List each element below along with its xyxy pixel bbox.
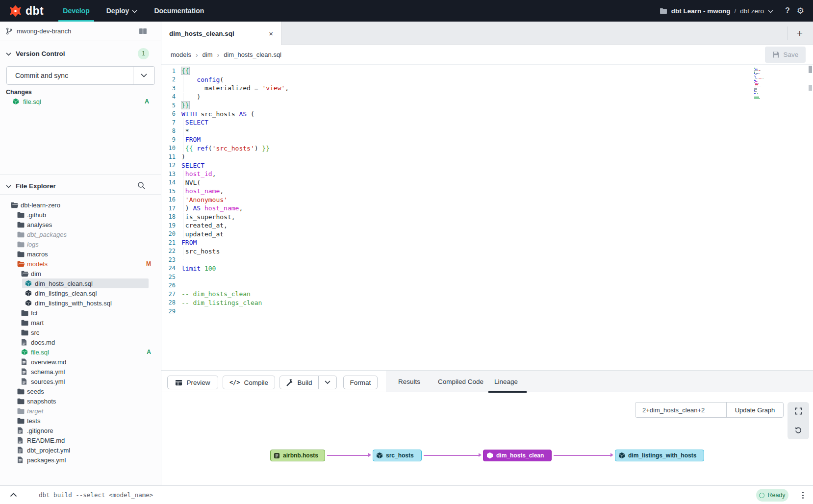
file-tree-item[interactable]: README.md [0,435,161,445]
file-tree-item[interactable]: fct [0,308,161,318]
new-tab-button[interactable]: + [793,27,806,40]
file-tree-item[interactable]: dim_listings_with_hosts.sql [0,298,161,308]
file-tree-item[interactable]: seeds [0,386,161,396]
minimap[interactable] [754,68,770,100]
reset-view-icon[interactable] [794,426,802,434]
save-button[interactable]: Save [765,47,806,63]
command-input[interactable]: dbt build --select <model_name> [39,491,153,499]
code-editor[interactable]: 1{{2 config(3 materialized = 'view',4 )5… [161,65,813,370]
code-line[interactable]: FROM [181,136,201,143]
lineage-node[interactable]: dim_hosts_clean [483,450,552,461]
tab-results[interactable]: Results [398,371,420,392]
code-line[interactable]: host_name, [181,187,224,195]
editor-scrollbar[interactable] [808,65,812,370]
code-line[interactable]: host_id, [181,170,216,177]
code-line[interactable]: src_hosts [181,248,220,255]
file-tree-item[interactable]: schema.yml [0,367,161,377]
commit-and-sync-button[interactable]: Commit and sync [6,66,155,85]
code-line[interactable]: 'Anonymous' [181,196,228,203]
code-line[interactable]: config( [181,76,224,83]
code-line[interactable]: WITH src_hosts AS ( [181,110,254,118]
chevron-up-icon[interactable] [10,493,17,497]
editor-tab[interactable]: dim_hosts_clean.sql × [161,22,281,45]
lineage-selector-input[interactable] [635,403,726,417]
preview-button[interactable]: Preview [167,376,218,389]
code-line[interactable]: {{ ref('src_hosts') }} [181,145,270,152]
code-line[interactable]: {{ [181,67,189,75]
build-options-dropdown[interactable] [318,376,337,389]
status-dot-icon [759,493,764,498]
code-line[interactable]: updated_at [181,230,224,238]
line-number: 3 [161,85,176,92]
code-line[interactable]: SELECT [181,119,208,126]
file-tree-item[interactable]: snapshots [0,396,161,406]
file-tree-item[interactable]: .gitignore [0,426,161,435]
code-line[interactable]: ) [181,153,185,160]
help-icon[interactable]: ? [785,6,790,15]
file-tree-item[interactable]: packages.yml [0,455,161,465]
tab-compiled-code[interactable]: Compiled Code [438,371,483,392]
code-line[interactable]: FROM [181,239,197,246]
tab-lineage[interactable]: Lineage [494,371,518,392]
fullscreen-icon[interactable] [795,407,802,415]
file-tree-item[interactable]: target [0,406,161,416]
file-tree-item[interactable]: file.sqlA [0,347,161,357]
file-tree-item[interactable]: modelsM [0,259,161,269]
file-tree-item[interactable]: dim [0,269,161,278]
environment-name: dbt zero [740,7,764,15]
changed-file-row[interactable]: file.sql A [0,96,161,107]
lineage-node[interactable]: dim_listings_with_hosts [615,450,704,461]
file-tree-item[interactable]: sources.yml [0,377,161,386]
lineage-node[interactable]: src_hosts [373,450,422,461]
nav-develop[interactable]: Develop [54,0,98,22]
dbt-logo[interactable]: dbt [0,4,54,18]
docs-book-icon[interactable] [139,28,147,34]
lineage-edge [554,455,611,456]
file-tree-item[interactable]: analyses [0,220,161,229]
file-tree-item[interactable]: overview.md [0,357,161,367]
close-tab-icon[interactable]: × [269,29,273,38]
file-tree-item[interactable]: tests [0,416,161,426]
file-explorer-header[interactable]: File Explorer [0,177,161,194]
search-icon[interactable] [137,181,145,191]
project-selector[interactable]: dbt Learn - mwong / dbt zero [660,7,773,15]
update-graph-button[interactable]: Update Graph [726,403,783,417]
file-tree-item[interactable]: logs [0,239,161,249]
lineage-node[interactable]: airbnb.hosts [270,450,325,461]
code-line[interactable]: is_superhost, [181,213,235,221]
nav-deploy[interactable]: Deploy [98,0,146,22]
version-control-header[interactable]: Version Control 1 [0,45,161,62]
code-line[interactable]: ) [181,93,201,101]
file-tree-item[interactable]: macros [0,249,161,259]
model-icon [21,349,28,355]
file-tree-item[interactable]: dbt_packages [0,229,161,239]
code-line[interactable]: * [181,127,189,135]
format-button[interactable]: Format [343,376,378,389]
file-tree-item[interactable]: .github [0,210,161,220]
build-button[interactable]: Build [279,376,319,389]
code-line[interactable]: -- dim_listings_clean [181,299,262,306]
code-line[interactable]: }} [181,101,189,109]
overflow-menu-icon[interactable] [799,489,806,501]
breadcrumb-file[interactable]: dim_hosts_clean.sql [224,51,281,58]
commit-options-dropdown[interactable] [133,67,154,84]
file-tree-item[interactable]: dim_listings_clean.sql [0,288,161,298]
file-tree-item[interactable]: dim_hosts_clean.sql [0,278,161,288]
code-line[interactable]: NVL( [181,179,201,186]
file-tree-item[interactable]: dbt-learn-zero [0,200,161,210]
file-tree-item[interactable]: mart [0,318,161,328]
code-line[interactable]: -- dim_hosts_clean [181,290,251,298]
code-line[interactable]: limit 100 [181,265,216,272]
file-tree-item[interactable]: src [0,328,161,337]
nav-documentation[interactable]: Documentation [146,0,212,22]
settings-gear-icon[interactable]: ⚙ [797,6,804,16]
code-line[interactable]: ) AS host_name, [181,204,243,212]
code-line[interactable]: SELECT [181,162,204,169]
file-tree-item[interactable]: docs.md [0,337,161,347]
file-tree-item[interactable]: dbt_project.yml [0,445,161,455]
code-line[interactable]: created_at, [181,222,228,229]
breadcrumb-dim[interactable]: dim [203,51,213,58]
compile-button[interactable]: </> Compile [223,376,275,389]
code-line[interactable]: materialized = 'view', [181,84,289,92]
breadcrumb-models[interactable]: models [171,51,191,58]
